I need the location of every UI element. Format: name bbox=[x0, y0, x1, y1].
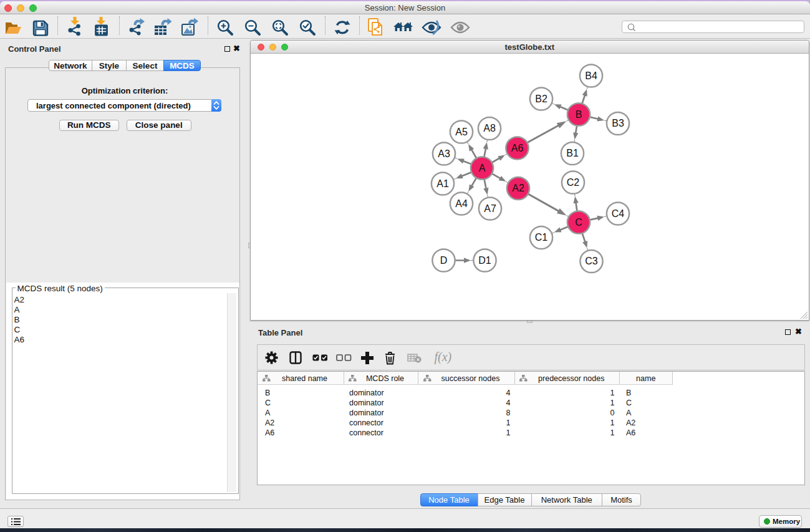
svg-text:B1: B1 bbox=[566, 148, 579, 158]
svg-text:A3: A3 bbox=[438, 148, 450, 158]
svg-text:A7: A7 bbox=[484, 203, 496, 213]
svg-text:B2: B2 bbox=[535, 93, 547, 104]
svg-text:A2: A2 bbox=[512, 183, 524, 193]
svg-text:B: B bbox=[576, 109, 582, 119]
svg-text:A6: A6 bbox=[511, 142, 524, 153]
svg-text:A5: A5 bbox=[455, 126, 468, 137]
svg-text:C: C bbox=[575, 216, 582, 227]
svg-text:A8: A8 bbox=[483, 123, 496, 133]
svg-text:C4: C4 bbox=[612, 208, 625, 218]
svg-text:A4: A4 bbox=[455, 198, 468, 208]
svg-text:D1: D1 bbox=[478, 254, 491, 265]
svg-text:C2: C2 bbox=[567, 177, 580, 187]
svg-text:A1: A1 bbox=[436, 178, 449, 188]
svg-text:C3: C3 bbox=[585, 256, 598, 266]
svg-text:B3: B3 bbox=[612, 118, 624, 128]
svg-text:B4: B4 bbox=[585, 70, 597, 80]
svg-text:D: D bbox=[440, 254, 448, 265]
svg-text:A: A bbox=[479, 162, 486, 173]
svg-text:C1: C1 bbox=[535, 232, 548, 243]
